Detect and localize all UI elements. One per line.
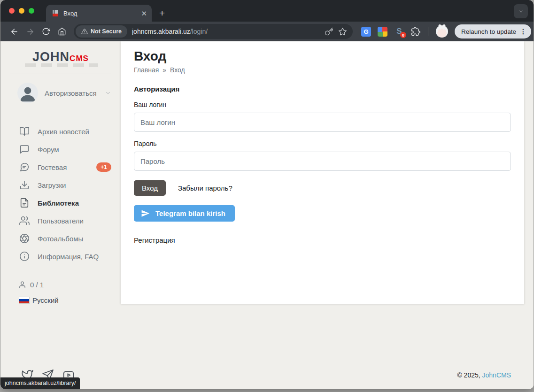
telegram-plane-icon	[141, 209, 150, 218]
login-submit-button[interactable]: Вход	[134, 180, 166, 196]
sidebar-item-info-faq[interactable]: Информация, FAQ	[0, 247, 121, 265]
password-input[interactable]	[134, 152, 511, 171]
tab-close-icon[interactable]: ✕	[141, 10, 147, 17]
registration-link[interactable]: Регистрация	[134, 236, 175, 244]
sidebar-item-downloads[interactable]: Загрузки	[0, 176, 121, 194]
sidebar-nav: Архив новостей Форум Гостевая +1 Загрузк…	[0, 118, 121, 267]
extensions-puzzle-icon[interactable]	[411, 27, 420, 36]
main-content: Вход Главная » Вход Авторизация Ваш логи…	[121, 41, 534, 389]
login-label: Ваш логин	[134, 101, 511, 108]
forward-button[interactable]	[23, 24, 37, 38]
chevron-down-icon	[518, 8, 524, 15]
back-button[interactable]	[7, 24, 21, 38]
breadcrumb-current: Вход	[170, 66, 185, 74]
sidebar-item-library[interactable]: Библиотека	[0, 194, 121, 212]
security-chip-label: Not Secure	[91, 28, 122, 35]
tab-strip: Вход ✕ +	[0, 0, 534, 22]
address-bar[interactable]: Not Secure johncms.akbarali.uz/login/	[74, 24, 353, 39]
logo-reflection	[23, 63, 98, 67]
divider	[10, 273, 111, 273]
form-actions: Вход Забыли пароль?	[134, 180, 511, 196]
johncms-logo[interactable]: JOHNCMS	[0, 47, 121, 68]
guestbook-chat-icon	[19, 162, 30, 172]
sidebar-item-photo-albums[interactable]: Фотоальбомы	[0, 230, 121, 247]
status-bar-link-preview: johncms.akbarali.uz/library/	[0, 377, 80, 389]
browser-tab[interactable]: Вход ✕	[46, 5, 152, 22]
guestbook-badge: +1	[96, 162, 111, 172]
relaunch-update-button[interactable]: Relaunch to update ⋮	[455, 24, 531, 38]
language-label: Русский	[32, 296, 59, 304]
breadcrumb-separator: »	[163, 66, 166, 74]
toolbar-separator	[428, 27, 428, 36]
aperture-icon	[19, 233, 30, 244]
download-icon	[19, 180, 30, 190]
page-title: Вход	[134, 49, 511, 64]
profile-avatar[interactable]	[436, 25, 448, 38]
language-switcher[interactable]: Русский	[0, 291, 121, 306]
breadcrumb: Главная » Вход	[134, 66, 511, 74]
warning-triangle-icon	[81, 28, 88, 35]
auth-dropdown[interactable]: Авторизоваться	[0, 80, 121, 106]
colorful-extension-icon[interactable]	[378, 27, 387, 37]
browser-menu-icon[interactable]: ⋮	[520, 30, 526, 33]
browser-toolbar: Not Secure johncms.akbarali.uz/login/ G …	[0, 22, 534, 41]
forward-arrow-icon	[26, 27, 35, 36]
info-circle-icon	[19, 251, 30, 261]
tab-favicon-icon	[52, 9, 59, 17]
user-icon	[18, 281, 26, 289]
sidebar-item-forum[interactable]: Форум	[0, 140, 121, 158]
back-arrow-icon	[10, 27, 19, 36]
divider	[10, 74, 111, 74]
sidebar-item-guestbook[interactable]: Гостевая +1	[0, 158, 121, 176]
page-body: JOHNCMS Авторизоваться Архив новостей	[0, 41, 534, 389]
sidebar-item-news-archive[interactable]: Архив новостей	[0, 123, 121, 140]
translate-extension-icon[interactable]: G	[361, 27, 371, 37]
reload-button[interactable]	[39, 24, 53, 38]
extensions-area: G S0	[361, 25, 448, 38]
auth-label: Авторизоваться	[45, 89, 98, 97]
online-counter-value: 0 / 1	[30, 281, 44, 289]
zoom-window-button[interactable]	[29, 8, 34, 14]
home-button[interactable]	[55, 24, 69, 38]
reload-icon	[42, 27, 50, 36]
traffic-lights	[9, 8, 34, 14]
book-open-icon	[19, 126, 30, 137]
extension-badge: 0	[400, 32, 406, 38]
breadcrumb-home-link[interactable]: Главная	[134, 66, 159, 74]
russian-flag-icon	[19, 297, 29, 303]
password-key-icon[interactable]	[325, 27, 333, 36]
forgot-password-link[interactable]: Забыли пароль?	[178, 184, 232, 192]
tab-search-chevron-button[interactable]	[514, 4, 528, 18]
url-host: johncms.akbarali.uz	[132, 28, 190, 35]
sidebar: JOHNCMS Авторизоваться Архив новостей	[0, 41, 121, 389]
document-icon	[19, 198, 30, 208]
sidebar-item-users[interactable]: Пользователи	[0, 212, 121, 230]
johncms-link[interactable]: JohnCMS	[482, 371, 511, 379]
online-counter[interactable]: 0 / 1	[0, 279, 121, 291]
content-panel: Вход Главная » Вход Авторизация Ваш логи…	[121, 41, 524, 304]
avatar	[17, 83, 38, 103]
login-input[interactable]	[134, 113, 511, 132]
security-chip[interactable]: Not Secure	[76, 25, 127, 38]
telegram-login-button[interactable]: Telegram bilan kirish	[134, 205, 235, 222]
url-text: johncms.akbarali.uz/login/	[132, 28, 320, 35]
auth-section-title: Авторизация	[134, 85, 511, 93]
url-path: /login/	[190, 28, 208, 35]
close-window-button[interactable]	[9, 8, 15, 14]
minimize-window-button[interactable]	[19, 8, 24, 14]
page-footer: © 2025, JohnCMS	[21, 369, 511, 381]
home-icon	[58, 27, 66, 36]
tab-title: Вход	[63, 10, 137, 17]
users-icon	[19, 215, 30, 226]
new-tab-button[interactable]: +	[159, 8, 165, 18]
chat-bubble-icon	[19, 144, 30, 154]
password-label: Пароль	[134, 140, 511, 147]
copyright: © 2025, JohnCMS	[457, 371, 511, 379]
person-silhouette-icon	[17, 83, 38, 103]
s-extension-icon[interactable]: S0	[394, 26, 404, 37]
chevron-down-icon	[105, 90, 111, 96]
browser-window: Вход ✕ + Not Secure johncms.akbarali.uz/…	[0, 0, 534, 389]
bookmark-star-icon[interactable]	[338, 27, 347, 36]
divider	[10, 112, 111, 112]
